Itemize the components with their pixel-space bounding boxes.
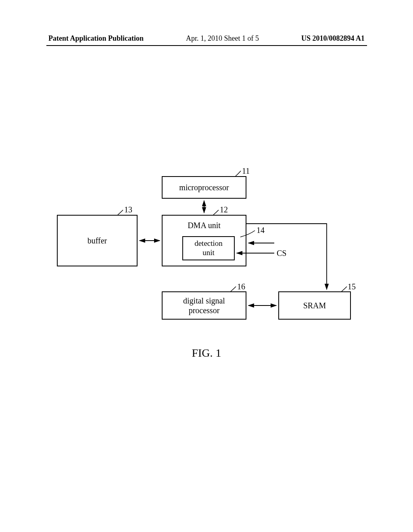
figure-label: FIG. 1	[0, 347, 413, 360]
diagram-figure-1: microprocessor 11 DMA unit 12 detection …	[0, 0, 413, 532]
connections	[0, 0, 413, 532]
